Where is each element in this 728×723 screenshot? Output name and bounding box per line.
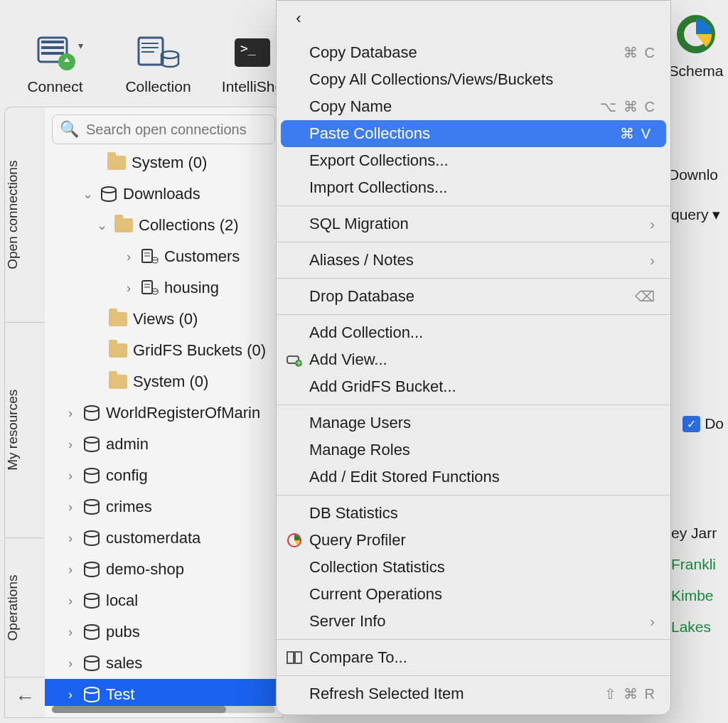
editor-peek: query ▾ ✓ Do ey Jarr Frankli Kimbe Lakes	[668, 107, 728, 718]
folder-icon	[109, 375, 127, 389]
tree-node-customerdata[interactable]: ›customerdata	[45, 523, 282, 554]
svg-point-17	[152, 257, 158, 260]
tree-node-demoshop[interactable]: ›demo-shop	[45, 554, 282, 585]
data-cell: ey Jarr	[668, 518, 728, 549]
shortcut: ⇧ ⌘ R	[604, 685, 656, 702]
menu-db-statistics[interactable]: DB Statistics	[277, 500, 670, 527]
menu-server-info[interactable]: Server Info›	[277, 608, 670, 635]
menu-copy-all[interactable]: Copy All Collections/Views/Buckets	[277, 66, 670, 93]
menu-sql-migration[interactable]: SQL Migration›	[277, 210, 670, 237]
tree-node-gridfs[interactable]: GridFS Buckets (0)	[45, 335, 282, 366]
menu-export-collections[interactable]: Export Collections...	[277, 147, 670, 174]
chevron-right-icon: ›	[122, 281, 136, 296]
menu-collection-statistics[interactable]: Collection Statistics	[277, 554, 670, 581]
tree-node-world[interactable]: ›WorldRegisterOfMarin	[45, 397, 282, 429]
menu-refresh[interactable]: Refresh Selected Item⇧ ⌘ R	[277, 680, 670, 707]
chevron-right-icon: ›	[63, 687, 77, 702]
svg-point-25	[85, 500, 99, 505]
dropdown-caret-icon[interactable]: ▾	[78, 40, 83, 51]
arrow-left-icon: ←	[15, 686, 35, 709]
svg-rect-1	[41, 41, 64, 43]
back-button[interactable]: ←	[5, 677, 45, 717]
connection-sidebar: 🔍 System (0) ⌄Downloads ⌄Collections (2)…	[45, 107, 283, 718]
database-icon	[83, 623, 100, 641]
connection-tree: System (0) ⌄Downloads ⌄Collections (2) ›…	[45, 147, 282, 706]
tree-node-collections[interactable]: ⌄Collections (2)	[45, 210, 282, 241]
menu-add-collection[interactable]: Add Collection...	[277, 319, 670, 346]
folder-icon	[109, 343, 127, 358]
tree-node-views[interactable]: Views (0)	[45, 304, 282, 335]
menu-back[interactable]: ‹	[277, 5, 670, 32]
tree-node-customers[interactable]: ›Customers	[45, 241, 282, 272]
chevron-right-icon: ›	[63, 500, 77, 515]
do-button[interactable]: ✓ Do	[668, 408, 728, 439]
menu-manage-users[interactable]: Manage Users	[277, 409, 670, 437]
terminal-icon: >_	[230, 33, 274, 73]
database-icon	[83, 530, 100, 547]
schema-button[interactable]: Schema	[664, 14, 728, 80]
svg-point-21	[152, 289, 158, 291]
svg-text:+: +	[296, 358, 301, 368]
svg-point-13	[102, 187, 116, 193]
data-cell: Frankli	[668, 549, 728, 580]
database-icon	[83, 467, 100, 484]
menu-manage-roles[interactable]: Manage Roles	[277, 437, 670, 464]
tab-my-resources[interactable]: My resources	[5, 323, 45, 537]
schema-icon	[676, 14, 716, 57]
tree-node-local[interactable]: ›local	[45, 585, 282, 616]
shortcut: ⌘ C	[623, 44, 656, 61]
tree-node-sales[interactable]: ›sales	[45, 648, 282, 679]
menu-drop-database[interactable]: Drop Database⌫	[277, 283, 670, 310]
menu-copy-database[interactable]: Copy Database⌘ C	[277, 39, 670, 66]
database-icon	[83, 561, 100, 578]
tree-node-test[interactable]: ›Test	[45, 679, 282, 706]
menu-add-gridfs[interactable]: Add GridFS Bucket...	[277, 373, 670, 400]
tree-node-crimes[interactable]: ›crimes	[45, 491, 282, 523]
data-cell: Kimbe	[668, 580, 728, 611]
schema-label: Schema	[668, 63, 723, 80]
compare-icon	[285, 650, 304, 665]
search-input[interactable]	[85, 121, 267, 139]
menu-current-operations[interactable]: Current Operations	[277, 581, 670, 608]
collection-button[interactable]: Collection	[110, 10, 206, 100]
svg-point-9	[161, 51, 178, 58]
tab-open-connections[interactable]: Open connections	[5, 107, 45, 322]
menu-stored-functions[interactable]: Add / Edit Stored Functions	[277, 464, 670, 491]
connect-button[interactable]: ▾ Connect	[7, 10, 103, 100]
menu-query-profiler[interactable]: Query Profiler	[277, 527, 670, 554]
tree-node-admin[interactable]: ›admin	[45, 429, 282, 460]
menu-copy-name[interactable]: Copy Name⌥ ⌘ C	[277, 93, 670, 120]
tree-node-pubs[interactable]: ›pubs	[45, 616, 282, 648]
chevron-right-icon: ›	[63, 562, 77, 577]
svg-point-23	[85, 437, 99, 443]
menu-compare-to[interactable]: Compare To...	[277, 644, 670, 671]
menu-aliases-notes[interactable]: Aliases / Notes›	[277, 247, 670, 274]
chevron-right-icon: ›	[122, 250, 136, 264]
tree-node-downloads[interactable]: ⌄Downloads	[45, 178, 282, 210]
tree-node-config[interactable]: ›config	[45, 460, 282, 491]
search-input-wrap[interactable]: 🔍	[52, 114, 275, 144]
tree-node-system[interactable]: System (0)	[45, 366, 282, 397]
connect-icon	[33, 33, 77, 73]
menu-import-collections[interactable]: Import Collections...	[277, 174, 670, 201]
svg-point-29	[85, 625, 99, 631]
menu-paste-collections[interactable]: Paste Collections⌘ V	[281, 120, 666, 147]
collection-icon	[136, 33, 181, 73]
tree-node-system-top[interactable]: System (0)	[45, 147, 282, 178]
query-dropdown[interactable]: query ▾	[668, 199, 728, 230]
search-icon: 🔍	[60, 120, 79, 139]
chevron-right-icon: ›	[63, 437, 77, 452]
shortcut: ⌥ ⌘ C	[600, 98, 656, 115]
svg-point-28	[85, 594, 99, 599]
tree-node-housing[interactable]: ›housing	[45, 272, 282, 304]
horizontal-scrollbar[interactable]	[52, 706, 275, 713]
database-icon	[100, 186, 117, 203]
svg-rect-37	[295, 652, 301, 663]
tab-operations[interactable]: Operations	[5, 538, 45, 677]
collection-icon	[141, 280, 159, 296]
menu-add-view[interactable]: +Add View...	[277, 346, 670, 373]
svg-point-31	[85, 687, 99, 693]
add-view-icon: +	[285, 353, 304, 367]
scrollbar-thumb[interactable]	[52, 706, 226, 713]
svg-point-22	[85, 406, 99, 412]
